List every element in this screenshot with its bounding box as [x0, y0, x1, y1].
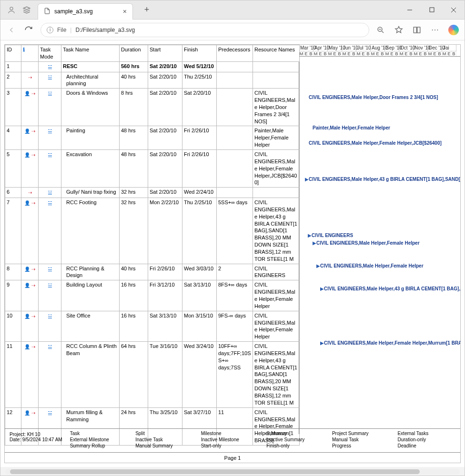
cell-finish[interactable]: Wed 3/24/10 [182, 342, 217, 408]
cell-resources[interactable]: CIVIL ENGINEERS,Male Helper,Female Helpe… [253, 311, 300, 341]
cell-resources[interactable]: CIVIL ENGINEERS [253, 264, 300, 280]
cell-resources[interactable] [253, 61, 300, 72]
table-row[interactable]: 10👤⇢☱Site Office16 hrsSat 3/13/10Mon 3/1… [5, 311, 300, 341]
cell-resources[interactable]: CIVIL ENGINEERS,Male Helper,Door Frames … [253, 89, 300, 126]
table-row[interactable]: 5👤⇢☱Excavation48 hrsSat 2/20/10Fri 2/26/… [5, 149, 300, 187]
scrollbar-thumb[interactable] [10, 469, 420, 474]
cell-predecessors[interactable]: 8FS+∞ days [217, 280, 253, 311]
cell-finish[interactable]: Fri 2/26/10 [182, 126, 217, 150]
cell-start[interactable]: Sat 2/20/10 [148, 61, 182, 72]
cell-task-name[interactable]: RCC Footing [61, 198, 120, 264]
cell-finish[interactable]: Mon 3/15/10 [182, 311, 217, 341]
cell-finish[interactable]: Thu 2/25/10 [182, 198, 217, 264]
cell-start[interactable]: Fri 2/26/10 [148, 264, 182, 280]
refresh-button[interactable] [23, 25, 34, 35]
cell-predecessors[interactable] [217, 61, 253, 72]
profile-icon[interactable] [7, 6, 16, 14]
cell-duration[interactable]: 560 hrs [120, 61, 148, 72]
cell-finish[interactable]: Thu 2/25/10 [182, 72, 217, 89]
favorite-icon[interactable] [394, 25, 404, 35]
table-row[interactable]: 6⇢☱Gully/ Nani trap fixing32 hrsSat 2/20… [5, 188, 300, 198]
more-icon[interactable]: ⋯ [430, 25, 440, 35]
copilot-icon[interactable] [448, 25, 459, 35]
cell-duration[interactable]: 16 hrs [120, 311, 148, 341]
cell-resources[interactable]: CIVIL ENGINEERS,Male Helper,43 g BIRLA C… [253, 198, 300, 264]
cell-finish[interactable]: Wed 3/03/10 [182, 264, 217, 280]
table-row[interactable]: 4👤⇢☱Painting48 hrsSat 2/20/10Fri 2/26/10… [5, 126, 300, 150]
browser-tab[interactable]: sample_a3.svg × [38, 3, 133, 20]
minimize-button[interactable] [399, 0, 421, 20]
col-duration[interactable]: Duration [120, 45, 148, 62]
cell-predecessors[interactable] [217, 126, 253, 150]
col-resources[interactable]: Resource Names [253, 45, 300, 62]
col-predecessors[interactable]: Predecessors [217, 45, 253, 62]
cell-start[interactable]: Sat 2/20/10 [148, 72, 182, 89]
cell-start[interactable]: Sat 2/20/10 [148, 89, 182, 126]
close-tab-icon[interactable]: × [123, 8, 127, 15]
cell-start[interactable]: Mon 2/22/10 [148, 198, 182, 264]
cell-duration[interactable]: 48 hrs [120, 126, 148, 150]
horizontal-scrollbar[interactable] [5, 469, 460, 475]
cell-predecessors[interactable] [217, 72, 253, 89]
cell-duration[interactable]: 32 hrs [120, 198, 148, 264]
cell-start[interactable]: Fri 3/12/10 [148, 280, 182, 311]
cell-finish[interactable]: Sat 2/20/10 [182, 89, 217, 126]
cell-finish[interactable]: Sat 3/13/10 [182, 280, 217, 311]
back-button[interactable] [6, 25, 17, 35]
cell-start[interactable]: Sat 3/13/10 [148, 311, 182, 341]
cell-duration[interactable]: 32 hrs [120, 188, 148, 198]
gantt-chart[interactable]: Mar '10Apr '10May '10Jun '10Jul '10Aug '… [299, 45, 460, 434]
cell-duration[interactable]: 40 hrs [120, 72, 148, 89]
zoom-icon[interactable] [376, 25, 385, 35]
close-button[interactable] [443, 0, 465, 20]
address-field[interactable]: i File | D:/Files/sample_a3.svg [40, 23, 369, 37]
cell-task-name[interactable]: Architechtural planning [61, 72, 120, 89]
maximize-button[interactable] [421, 0, 443, 20]
cell-task-name[interactable]: RCC Planning & Design [61, 264, 120, 280]
cell-task-name[interactable]: Building Layout [61, 280, 120, 311]
cell-duration[interactable]: 16 hrs [120, 280, 148, 311]
cell-start[interactable]: Tue 3/16/10 [148, 342, 182, 408]
cell-predecessors[interactable]: 9FS-∞ days [217, 311, 253, 341]
task-grid[interactable]: ID ℹ Task Mode Task Name Duration Start … [5, 45, 299, 434]
cell-task-name[interactable]: Gully/ Nani trap fixing [61, 188, 120, 198]
cell-start[interactable]: Sat 2/20/10 [148, 149, 182, 187]
cell-resources[interactable]: CIVIL ENGINEERS,Male Helper,Female Helpe… [253, 280, 300, 311]
split-screen-icon[interactable] [412, 25, 422, 35]
table-row[interactable]: 11👤⇢☱RCC Column & Plinth Beam64 hrsTue 3… [5, 342, 300, 408]
cell-task-name[interactable]: Doors & Windows [61, 89, 120, 126]
cell-predecessors[interactable] [217, 188, 253, 198]
cell-start[interactable]: Sat 2/20/10 [148, 188, 182, 198]
cell-resources[interactable]: CIVIL ENGINEERS,Male Helper,43 g BIRLA C… [253, 342, 300, 408]
cell-resources[interactable] [253, 188, 300, 198]
cell-task-name[interactable]: Painting [61, 126, 120, 150]
cell-duration[interactable]: 8 hrs [120, 89, 148, 126]
col-id[interactable]: ID [5, 45, 21, 62]
cell-predecessors[interactable]: 2 [217, 264, 253, 280]
cell-task-name[interactable]: Site Office [61, 311, 120, 341]
table-row[interactable]: 8👤⇢☱RCC Planning & Design40 hrsFri 2/26/… [5, 264, 300, 280]
cell-task-name[interactable]: RESC [61, 61, 120, 72]
cell-finish[interactable]: Wed 5/12/10 [182, 61, 217, 72]
cell-predecessors[interactable] [217, 149, 253, 187]
cell-start[interactable]: Sat 2/20/10 [148, 126, 182, 150]
cell-task-name[interactable]: RCC Column & Plinth Beam [61, 342, 120, 408]
cell-resources[interactable]: CIVIL ENGINEERS,Male Helper,Female Helpe… [253, 149, 300, 187]
workspaces-icon[interactable] [22, 6, 31, 14]
col-indicators[interactable]: ℹ [21, 45, 39, 62]
cell-duration[interactable]: 48 hrs [120, 149, 148, 187]
table-row[interactable]: 9👤⇢☱Building Layout16 hrsFri 3/12/10Sat … [5, 280, 300, 311]
cell-duration[interactable]: 40 hrs [120, 264, 148, 280]
cell-resources[interactable]: Painter,Male Helper,Female Helper [253, 126, 300, 150]
cell-duration[interactable]: 64 hrs [120, 342, 148, 408]
table-row[interactable]: 7👤⇢☱RCC Footing32 hrsMon 2/22/10Thu 2/25… [5, 198, 300, 264]
col-start[interactable]: Start [148, 45, 182, 62]
cell-resources[interactable] [253, 72, 300, 89]
cell-finish[interactable]: Wed 2/24/10 [182, 188, 217, 198]
table-row[interactable]: 3👤⇢☱Doors & Windows8 hrsSat 2/20/10Sat 2… [5, 89, 300, 126]
cell-finish[interactable]: Fri 2/26/10 [182, 149, 217, 187]
new-tab-button[interactable]: + [140, 3, 154, 17]
cell-predecessors[interactable] [217, 89, 253, 126]
col-finish[interactable]: Finish [182, 45, 217, 62]
col-task-mode[interactable]: Task Mode [39, 45, 61, 62]
